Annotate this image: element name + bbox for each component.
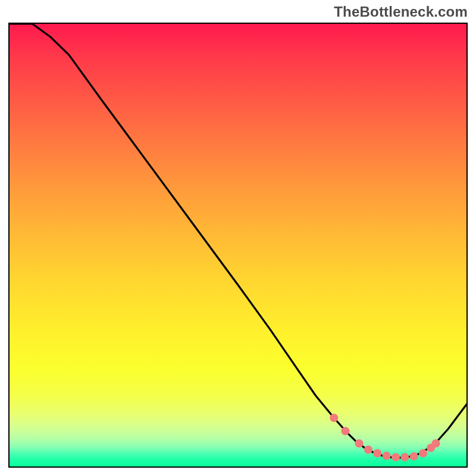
highlight-dot	[392, 453, 400, 461]
highlight-dot	[432, 439, 440, 447]
highlight-dot	[419, 449, 427, 458]
chart-frame: TheBottleneck.com	[0, 0, 476, 476]
highlight-dot	[383, 452, 391, 460]
watermark-text: TheBottleneck.com	[334, 4, 468, 20]
plot-area	[8, 23, 468, 468]
highlight-dot	[373, 449, 381, 458]
curve-line	[10, 24, 466, 458]
highlight-dot	[355, 439, 364, 447]
highlight-dot	[410, 452, 418, 461]
highlight-dot	[342, 427, 350, 436]
highlight-dot	[330, 414, 338, 422]
highlight-dots-group	[330, 414, 440, 461]
highlight-dot	[364, 446, 372, 454]
chart-svg	[10, 24, 466, 466]
highlight-dot	[400, 453, 409, 461]
